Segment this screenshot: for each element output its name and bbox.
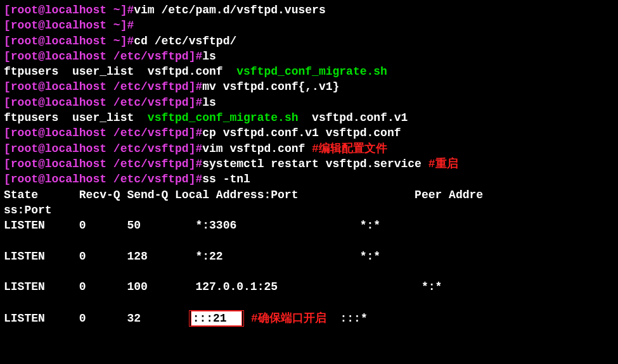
executable-file: vsftpd_conf_migrate.sh <box>236 65 387 78</box>
command: cd /etc/vsftpd/ <box>134 35 236 47</box>
ss-row-1: LISTEN 0 50 *:3306 *:* <box>4 218 614 233</box>
prompt: [root@localhost ~]# <box>4 19 134 32</box>
terminal-line-8: ftpusers user_list vsftpd_conf_migrate.s… <box>4 110 614 125</box>
prompt: [root@localhost /etc/vsftpd]# <box>4 173 202 185</box>
highlight-box: :::21 <box>189 310 245 327</box>
prompt: [root@localhost /etc/vsftpd]# <box>4 80 202 93</box>
terminal-line-11: [root@localhost /etc/vsftpd]#systemctl r… <box>4 156 614 172</box>
ss-header-1: State Recv-Q Send-Q Local Address:Port P… <box>4 187 614 203</box>
output: :::* <box>340 312 491 325</box>
annotation: #重启 <box>428 158 458 170</box>
terminal-line-12: [root@localhost /etc/vsftpd]#ss -tnl <box>4 172 614 187</box>
command: vim vsftpd.conf <box>202 142 312 155</box>
terminal-line-10: [root@localhost /etc/vsftpd]#vim vsftpd.… <box>4 141 614 156</box>
prompt: [root@localhost /etc/vsftpd]# <box>4 50 202 63</box>
command: systemctl restart vsftpd.service <box>202 158 428 170</box>
terminal-line-4: [root@localhost /etc/vsftpd]#ls <box>4 49 614 64</box>
terminal-line-3: [root@localhost ~]#cd /etc/vsftpd/ <box>4 34 614 49</box>
ss-row-4: LISTEN 0 32 :::21 #确保端口开启 :::* <box>4 310 614 327</box>
executable-file: vsftpd_conf_migrate.sh <box>148 111 299 124</box>
annotation: #编辑配置文件 <box>312 142 387 155</box>
terminal-line-7: [root@localhost /etc/vsftpd]#ls <box>4 95 614 110</box>
terminal-line-9: [root@localhost /etc/vsftpd]#cp vsftpd.c… <box>4 125 614 141</box>
ss-row-2: LISTEN 0 128 *:22 *:* <box>4 249 614 264</box>
terminal-line-5: ftpusers user_list vsftpd.conf vsftpd_co… <box>4 64 614 79</box>
output: LISTEN 0 32 <box>4 312 189 325</box>
ss-blank <box>4 233 614 248</box>
prompt: [root@localhost ~]# <box>4 35 134 47</box>
command: ss -tnl <box>202 173 250 185</box>
prompt: [root@localhost /etc/vsftpd]# <box>4 158 202 170</box>
command: vim /etc/pam.d/vsftpd.vusers <box>134 4 325 16</box>
highlighted-port: :::21 <box>191 311 243 326</box>
terminal-line-2: [root@localhost ~]# <box>4 18 614 33</box>
output: ftpusers user_list vsftpd.conf <box>4 65 236 78</box>
ss-blank <box>4 264 614 279</box>
output: ftpusers user_list <box>4 111 148 124</box>
annotation: #确保端口开启 <box>244 312 340 325</box>
command: ls <box>202 96 216 109</box>
command: cp vsftpd.conf.v1 vsftpd.conf <box>202 127 401 139</box>
prompt: [root@localhost ~]# <box>4 4 134 16</box>
prompt: [root@localhost /etc/vsftpd]# <box>4 142 202 155</box>
output: vsftpd.conf.v1 <box>298 111 408 124</box>
command: mv vsftpd.conf{,.v1} <box>202 80 339 93</box>
prompt: [root@localhost /etc/vsftpd]# <box>4 96 202 109</box>
prompt: [root@localhost /etc/vsftpd]# <box>4 127 202 139</box>
terminal-line-6: [root@localhost /etc/vsftpd]#mv vsftpd.c… <box>4 79 614 94</box>
ss-header-2: ss:Port <box>4 203 614 218</box>
terminal-line-1: [root@localhost ~]#vim /etc/pam.d/vsftpd… <box>4 3 614 18</box>
ss-blank <box>4 295 614 310</box>
command: ls <box>202 50 216 63</box>
ss-row-3: LISTEN 0 100 127.0.0.1:25 *:* <box>4 279 614 294</box>
